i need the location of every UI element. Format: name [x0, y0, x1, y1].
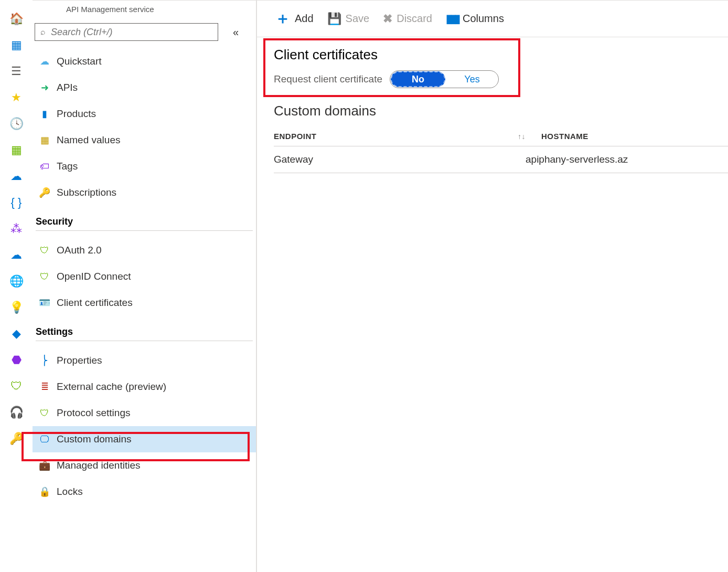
col-endpoint[interactable]: ENDPOINT: [274, 132, 317, 141]
collapse-sidebar-icon[interactable]: «: [233, 26, 239, 38]
main-pane: ＋Add 💾Save ✖Discard ▮▮▮Columns Client ce…: [256, 0, 728, 572]
nav-quickstart[interactable]: ☁Quickstart: [33, 48, 256, 75]
upload-icon[interactable]: ☁: [9, 248, 24, 262]
support-icon[interactable]: 🎧: [9, 405, 24, 420]
diamond-icon[interactable]: ◆: [9, 326, 24, 341]
discard-icon: ✖: [383, 12, 392, 26]
nav-custom-domains[interactable]: 🖵Custom domains: [33, 426, 256, 452]
search-input-wrapper[interactable]: ⌕: [35, 23, 218, 41]
client-certificates-heading: Client certificates: [274, 47, 728, 63]
dashboard-icon[interactable]: ▦: [9, 38, 24, 52]
nav-subscriptions[interactable]: 🔑Subscriptions: [33, 179, 256, 206]
domains-table-header: ENDPOINT↑↓ HOSTNAME: [274, 132, 728, 146]
table-row[interactable]: Gateway apiphany-serverless.az: [274, 146, 728, 173]
nav-label: Products: [57, 108, 96, 120]
nav-label: Properties: [57, 355, 102, 366]
sort-icon[interactable]: ↑↓: [518, 132, 526, 141]
col-hostname[interactable]: HOSTNAME: [541, 132, 588, 141]
nav-properties[interactable]: ⎬Properties: [33, 347, 256, 374]
nav-label: Quickstart: [57, 56, 102, 67]
columns-icon: ▮▮▮: [446, 12, 458, 26]
code-icon[interactable]: { }: [9, 195, 24, 210]
nav-security: 🛡OAuth 2.0 🛡OpenID Connect 🪪Client certi…: [33, 234, 256, 316]
nav-label: OAuth 2.0: [57, 245, 102, 256]
nav-protocol-settings[interactable]: 🛡Protocol settings: [33, 400, 256, 426]
nav-label: Client certificates: [57, 297, 133, 309]
cloud-icon[interactable]: ☁: [9, 169, 24, 184]
save-button[interactable]: 💾Save: [327, 12, 370, 26]
nav-main: ☁Quickstart ➜APIs ▮Products ▦Named value…: [33, 45, 256, 206]
button-label: Add: [295, 13, 314, 25]
key-icon[interactable]: 🔑: [9, 431, 24, 446]
request-client-cert-label: Request client certificate: [274, 73, 382, 85]
nav-oauth[interactable]: 🛡OAuth 2.0: [33, 237, 256, 263]
custom-domains-heading: Custom domains: [274, 103, 728, 119]
nav-label: Locks: [57, 486, 83, 497]
add-button[interactable]: ＋Add: [275, 8, 314, 29]
nav-label: Tags: [57, 161, 78, 172]
badge-icon[interactable]: ⬣: [9, 353, 24, 367]
nav-settings: ⎬Properties ≣External cache (preview) 🛡P…: [33, 344, 256, 505]
nav-label: OpenID Connect: [57, 271, 131, 282]
nav-managed-identities[interactable]: 💼Managed identities: [33, 452, 256, 479]
clock-icon[interactable]: 🕓: [9, 116, 24, 131]
section-security-title: Security: [36, 216, 256, 227]
nav-label: External cache (preview): [57, 381, 166, 393]
nav-named-values[interactable]: ▦Named values: [33, 127, 256, 153]
search-icon: ⌕: [40, 27, 46, 37]
nav-label: APIs: [57, 82, 78, 93]
globe-icon[interactable]: 🌐: [9, 274, 24, 289]
save-icon: 💾: [327, 12, 341, 26]
star-icon[interactable]: ★: [9, 90, 24, 105]
home-icon[interactable]: 🏠: [9, 12, 24, 26]
nav-label: Custom domains: [57, 433, 132, 445]
section-divider: [36, 341, 253, 341]
columns-button[interactable]: ▮▮▮Columns: [446, 12, 504, 26]
left-icon-rail: 🏠 ▦ ☰ ★ 🕓 ▦ ☁ { } ⁂ ☁ 🌐 💡 ◆ ⬣ 🛡 🎧 🔑: [0, 0, 33, 572]
nav-tags[interactable]: 🏷Tags: [33, 153, 256, 179]
nav-openid[interactable]: 🛡OpenID Connect: [33, 263, 256, 290]
idea-icon[interactable]: 💡: [9, 300, 24, 315]
section-settings-title: Settings: [36, 326, 256, 337]
nav-apis[interactable]: ➜APIs: [33, 75, 256, 101]
cell-hostname: apiphany-serverless.az: [526, 154, 628, 165]
nav-label: Managed identities: [57, 460, 141, 471]
section-divider: [36, 230, 253, 231]
toggle-no[interactable]: No: [391, 71, 445, 87]
nav-label: Named values: [57, 134, 120, 146]
discard-button[interactable]: ✖Discard: [383, 12, 432, 26]
plus-icon: ＋: [275, 8, 291, 29]
nav-client-certificates[interactable]: 🪪Client certificates: [33, 290, 256, 316]
list-icon[interactable]: ☰: [9, 64, 24, 79]
button-label: Columns: [463, 13, 504, 25]
client-cert-toggle[interactable]: No Yes: [390, 70, 499, 88]
toolbar: ＋Add 💾Save ✖Discard ▮▮▮Columns: [257, 1, 728, 37]
nav-label: Subscriptions: [57, 187, 116, 198]
search-input[interactable]: [51, 27, 212, 38]
button-label: Save: [346, 13, 370, 25]
nav-products[interactable]: ▮Products: [33, 101, 256, 127]
shield-icon[interactable]: 🛡: [9, 379, 24, 394]
cell-endpoint: Gateway: [274, 154, 526, 165]
sidebar: API Management service ⌕ « ☁Quickstart ➜…: [33, 0, 256, 572]
nav-label: Protocol settings: [57, 407, 130, 419]
cluster-icon[interactable]: ⁂: [9, 221, 24, 236]
service-type-label: API Management service: [66, 5, 256, 14]
toggle-yes[interactable]: Yes: [446, 71, 498, 88]
nav-external-cache[interactable]: ≣External cache (preview): [33, 374, 256, 400]
grid-icon[interactable]: ▦: [9, 143, 24, 157]
nav-locks[interactable]: 🔒Locks: [33, 479, 256, 505]
button-label: Discard: [397, 13, 432, 25]
